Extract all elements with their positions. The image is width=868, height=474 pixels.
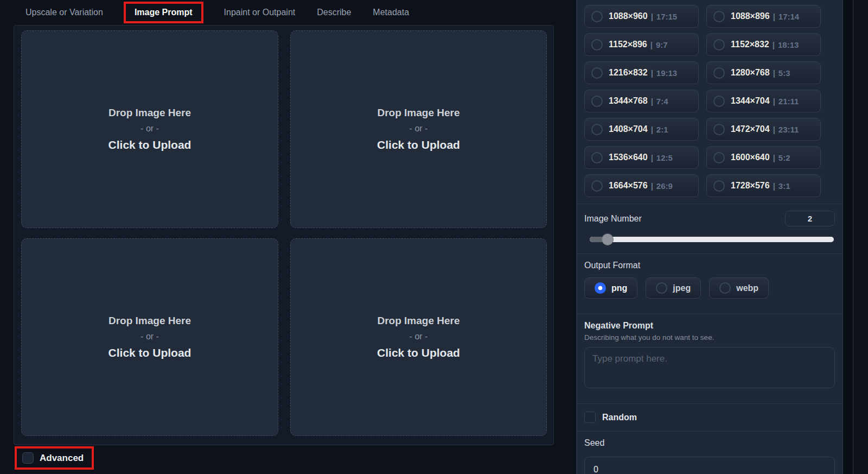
dropzone-title: Drop Image Here [377,315,459,327]
radio-icon [713,124,725,135]
advanced-checkbox-label: Advanced [40,453,84,464]
dropzone-upload-link[interactable]: Click to Upload [377,138,460,151]
dropzone-upload-link[interactable]: Click to Upload [377,346,460,359]
aspect-ratio-1728x576[interactable]: 1728×576 | 3:1 [706,174,821,197]
tab-describe[interactable]: Describe [306,8,362,17]
seed-section: Seed [577,432,843,474]
radio-icon [719,282,731,294]
aspect-ratio-1536x640[interactable]: 1536×640 | 12:5 [584,146,699,169]
random-checkbox[interactable] [584,412,596,423]
radio-icon [591,124,603,135]
dropzone-or-text: - or - [410,124,428,134]
seed-label: Seed [584,438,604,447]
radio-icon [713,67,725,79]
aspect-ratio-1664x576[interactable]: 1664×576 | 26:9 [584,174,699,197]
seed-input[interactable] [584,457,835,474]
annotation-box-image-prompt: Image Prompt [124,2,203,23]
aspect-ratio-1344x768[interactable]: 1344×768 | 7:4 [584,90,699,112]
annotation-box-advanced: Advanced [15,446,94,470]
dropzone-title: Drop Image Here [377,107,459,119]
right-edge-strip [844,0,868,474]
fooocus-app: Upscale or Variation Image Prompt Inpain… [0,0,868,474]
dropzone-or-text: - or - [410,332,428,342]
image-upload-dropzone-2[interactable]: Drop Image Here - or - Click to Upload [290,30,547,228]
aspect-ratio-1408x704[interactable]: 1408×704 | 2:1 [584,118,699,141]
tab-upscale-or-variation[interactable]: Upscale or Variation [15,8,114,17]
radio-icon [591,39,603,50]
negative-prompt-description: Describing what you do not want to see. [584,333,835,342]
dropzone-title: Drop Image Here [108,315,191,327]
output-format-jpeg[interactable]: jpeg [646,277,701,299]
tab-metadata[interactable]: Metadata [362,8,420,17]
settings-sidebar: 1088×960 | 17:15 1088×896 | 17:14 1152×8… [576,0,843,474]
aspect-ratio-grid: 1088×960 | 17:15 1088×896 | 17:14 1152×8… [584,5,821,197]
tab-bar: Upscale or Variation Image Prompt Inpain… [14,0,554,25]
aspect-ratio-1344x704[interactable]: 1344×704 | 21:11 [706,90,821,112]
output-format-webp[interactable]: webp [709,277,769,299]
image-upload-dropzone-1[interactable]: Drop Image Here - or - Click to Upload [21,30,278,228]
aspect-ratio-1216x832[interactable]: 1216×832 | 19:13 [584,61,699,84]
aspect-ratio-1088x960[interactable]: 1088×960 | 17:15 [584,5,699,28]
random-checkbox-label: Random [602,413,637,422]
radio-icon [713,96,725,107]
tab-inpaint-or-outpaint[interactable]: Inpaint or Outpaint [213,8,307,17]
advanced-checkbox[interactable] [22,452,34,464]
dropzone-or-text: - or - [141,332,159,342]
radio-icon [591,11,603,22]
image-prompt-panel: Drop Image Here - or - Click to Upload D… [14,25,554,445]
random-seed-row: Random [577,404,843,431]
image-number-slider[interactable] [590,233,835,245]
radio-icon [591,96,603,107]
tab-image-prompt[interactable]: Image Prompt [135,8,193,17]
slider-track[interactable] [590,237,834,242]
radio-icon [591,67,603,79]
output-format-section: Output Format png jpeg webp [577,254,843,307]
aspect-ratio-1600x640[interactable]: 1600×640 | 5:2 [706,146,821,169]
aspect-ratio-1152x832[interactable]: 1152×832 | 18:13 [706,33,821,56]
aspect-ratio-1088x896[interactable]: 1088×896 | 17:14 [706,5,821,28]
image-upload-dropzone-4[interactable]: Drop Image Here - or - Click to Upload [290,238,547,436]
negative-prompt-textarea[interactable] [584,347,835,388]
image-number-input[interactable] [785,211,835,226]
radio-icon [713,180,725,192]
dropzone-upload-link[interactable]: Click to Upload [108,346,192,359]
output-format-label: Output Format [584,261,640,270]
negative-prompt-label: Negative Prompt [584,321,835,331]
dropzone-title: Drop Image Here [108,107,191,119]
radio-icon [713,11,725,22]
negative-prompt-section: Negative Prompt Describing what you do n… [577,314,843,397]
slider-thumb[interactable] [602,233,614,245]
image-number-section: Image Number [577,204,843,245]
image-number-label: Image Number [584,214,642,224]
aspect-ratio-1152x896[interactable]: 1152×896 | 9:7 [584,33,699,56]
aspect-ratio-1472x704[interactable]: 1472×704 | 23:11 [706,118,821,141]
radio-icon [713,39,725,50]
radio-icon [591,180,603,192]
image-upload-dropzone-3[interactable]: Drop Image Here - or - Click to Upload [21,238,278,436]
radio-icon [713,152,725,163]
radio-icon [591,152,603,163]
output-format-png[interactable]: png [584,277,637,299]
aspect-ratio-1280x768[interactable]: 1280×768 | 5:3 [706,61,821,84]
dropzone-upload-link[interactable]: Click to Upload [108,138,192,151]
radio-icon [656,282,667,294]
dropzone-or-text: - or - [141,124,159,134]
radio-selected-icon [595,282,606,294]
